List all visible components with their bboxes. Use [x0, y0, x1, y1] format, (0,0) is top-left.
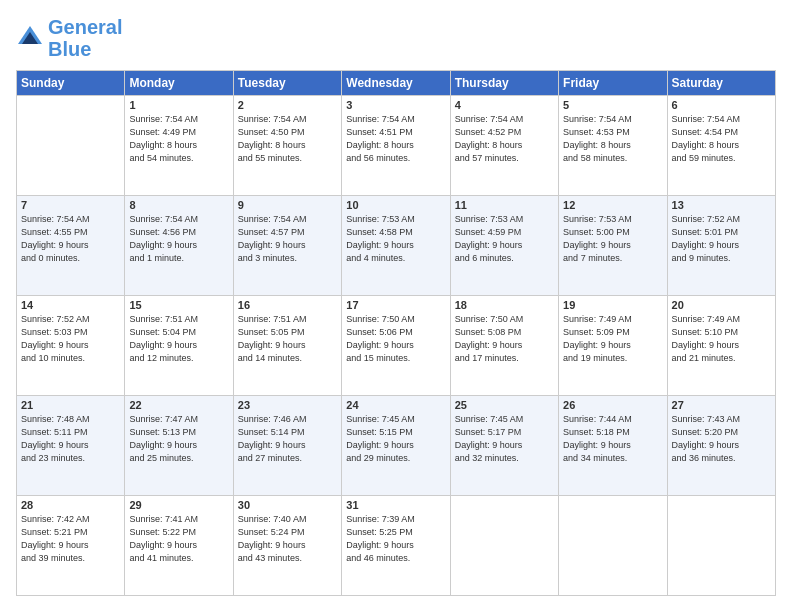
calendar-day-cell [450, 496, 558, 596]
logo-icon [16, 24, 44, 52]
day-info: Sunrise: 7:51 AMSunset: 5:04 PMDaylight:… [129, 313, 228, 365]
calendar-day-cell: 19Sunrise: 7:49 AMSunset: 5:09 PMDayligh… [559, 296, 667, 396]
calendar-day-cell: 15Sunrise: 7:51 AMSunset: 5:04 PMDayligh… [125, 296, 233, 396]
day-number: 6 [672, 99, 771, 111]
logo: General Blue [16, 16, 122, 60]
calendar-week-row: 7Sunrise: 7:54 AMSunset: 4:55 PMDaylight… [17, 196, 776, 296]
calendar-day-cell: 16Sunrise: 7:51 AMSunset: 5:05 PMDayligh… [233, 296, 341, 396]
day-info: Sunrise: 7:52 AMSunset: 5:01 PMDaylight:… [672, 213, 771, 265]
day-info: Sunrise: 7:54 AMSunset: 4:52 PMDaylight:… [455, 113, 554, 165]
day-info: Sunrise: 7:48 AMSunset: 5:11 PMDaylight:… [21, 413, 120, 465]
day-number: 23 [238, 399, 337, 411]
day-number: 3 [346, 99, 445, 111]
calendar-body: 1Sunrise: 7:54 AMSunset: 4:49 PMDaylight… [17, 96, 776, 596]
calendar-day-cell: 1Sunrise: 7:54 AMSunset: 4:49 PMDaylight… [125, 96, 233, 196]
day-info: Sunrise: 7:54 AMSunset: 4:49 PMDaylight:… [129, 113, 228, 165]
day-number: 21 [21, 399, 120, 411]
day-info: Sunrise: 7:47 AMSunset: 5:13 PMDaylight:… [129, 413, 228, 465]
calendar-day-cell: 5Sunrise: 7:54 AMSunset: 4:53 PMDaylight… [559, 96, 667, 196]
weekday-header-friday: Friday [559, 71, 667, 96]
page: General Blue SundayMondayTuesdayWednesda… [0, 0, 792, 612]
calendar-day-cell: 8Sunrise: 7:54 AMSunset: 4:56 PMDaylight… [125, 196, 233, 296]
calendar-day-cell: 17Sunrise: 7:50 AMSunset: 5:06 PMDayligh… [342, 296, 450, 396]
calendar-day-cell: 28Sunrise: 7:42 AMSunset: 5:21 PMDayligh… [17, 496, 125, 596]
day-number: 4 [455, 99, 554, 111]
calendar-day-cell: 26Sunrise: 7:44 AMSunset: 5:18 PMDayligh… [559, 396, 667, 496]
calendar-day-cell [17, 96, 125, 196]
day-number: 31 [346, 499, 445, 511]
day-info: Sunrise: 7:54 AMSunset: 4:54 PMDaylight:… [672, 113, 771, 165]
day-number: 27 [672, 399, 771, 411]
day-number: 24 [346, 399, 445, 411]
day-info: Sunrise: 7:51 AMSunset: 5:05 PMDaylight:… [238, 313, 337, 365]
day-info: Sunrise: 7:39 AMSunset: 5:25 PMDaylight:… [346, 513, 445, 565]
calendar-day-cell: 25Sunrise: 7:45 AMSunset: 5:17 PMDayligh… [450, 396, 558, 496]
day-number: 18 [455, 299, 554, 311]
calendar-day-cell: 27Sunrise: 7:43 AMSunset: 5:20 PMDayligh… [667, 396, 775, 496]
calendar-day-cell: 4Sunrise: 7:54 AMSunset: 4:52 PMDaylight… [450, 96, 558, 196]
calendar-day-cell: 29Sunrise: 7:41 AMSunset: 5:22 PMDayligh… [125, 496, 233, 596]
day-number: 8 [129, 199, 228, 211]
day-number: 17 [346, 299, 445, 311]
day-info: Sunrise: 7:43 AMSunset: 5:20 PMDaylight:… [672, 413, 771, 465]
day-info: Sunrise: 7:52 AMSunset: 5:03 PMDaylight:… [21, 313, 120, 365]
calendar-day-cell: 13Sunrise: 7:52 AMSunset: 5:01 PMDayligh… [667, 196, 775, 296]
calendar-day-cell: 11Sunrise: 7:53 AMSunset: 4:59 PMDayligh… [450, 196, 558, 296]
day-info: Sunrise: 7:45 AMSunset: 5:17 PMDaylight:… [455, 413, 554, 465]
day-info: Sunrise: 7:54 AMSunset: 4:50 PMDaylight:… [238, 113, 337, 165]
calendar-day-cell: 20Sunrise: 7:49 AMSunset: 5:10 PMDayligh… [667, 296, 775, 396]
day-number: 5 [563, 99, 662, 111]
day-info: Sunrise: 7:45 AMSunset: 5:15 PMDaylight:… [346, 413, 445, 465]
calendar-day-cell: 24Sunrise: 7:45 AMSunset: 5:15 PMDayligh… [342, 396, 450, 496]
day-number: 20 [672, 299, 771, 311]
calendar-day-cell: 2Sunrise: 7:54 AMSunset: 4:50 PMDaylight… [233, 96, 341, 196]
day-number: 16 [238, 299, 337, 311]
weekday-header-saturday: Saturday [667, 71, 775, 96]
day-info: Sunrise: 7:50 AMSunset: 5:08 PMDaylight:… [455, 313, 554, 365]
day-number: 30 [238, 499, 337, 511]
calendar-week-row: 1Sunrise: 7:54 AMSunset: 4:49 PMDaylight… [17, 96, 776, 196]
calendar-day-cell: 22Sunrise: 7:47 AMSunset: 5:13 PMDayligh… [125, 396, 233, 496]
day-number: 19 [563, 299, 662, 311]
calendar-day-cell: 18Sunrise: 7:50 AMSunset: 5:08 PMDayligh… [450, 296, 558, 396]
day-info: Sunrise: 7:49 AMSunset: 5:09 PMDaylight:… [563, 313, 662, 365]
day-number: 1 [129, 99, 228, 111]
day-number: 10 [346, 199, 445, 211]
calendar-day-cell [667, 496, 775, 596]
calendar-week-row: 21Sunrise: 7:48 AMSunset: 5:11 PMDayligh… [17, 396, 776, 496]
day-number: 2 [238, 99, 337, 111]
calendar-day-cell: 14Sunrise: 7:52 AMSunset: 5:03 PMDayligh… [17, 296, 125, 396]
calendar-day-cell [559, 496, 667, 596]
weekday-header-wednesday: Wednesday [342, 71, 450, 96]
day-info: Sunrise: 7:54 AMSunset: 4:56 PMDaylight:… [129, 213, 228, 265]
day-number: 15 [129, 299, 228, 311]
day-info: Sunrise: 7:42 AMSunset: 5:21 PMDaylight:… [21, 513, 120, 565]
day-info: Sunrise: 7:41 AMSunset: 5:22 PMDaylight:… [129, 513, 228, 565]
logo-text: General Blue [48, 16, 122, 60]
calendar-week-row: 28Sunrise: 7:42 AMSunset: 5:21 PMDayligh… [17, 496, 776, 596]
calendar-day-cell: 3Sunrise: 7:54 AMSunset: 4:51 PMDaylight… [342, 96, 450, 196]
calendar-day-cell: 7Sunrise: 7:54 AMSunset: 4:55 PMDaylight… [17, 196, 125, 296]
day-info: Sunrise: 7:49 AMSunset: 5:10 PMDaylight:… [672, 313, 771, 365]
day-info: Sunrise: 7:46 AMSunset: 5:14 PMDaylight:… [238, 413, 337, 465]
weekday-header-sunday: Sunday [17, 71, 125, 96]
day-info: Sunrise: 7:40 AMSunset: 5:24 PMDaylight:… [238, 513, 337, 565]
day-number: 7 [21, 199, 120, 211]
calendar-header-row: SundayMondayTuesdayWednesdayThursdayFrid… [17, 71, 776, 96]
day-number: 28 [21, 499, 120, 511]
day-info: Sunrise: 7:54 AMSunset: 4:55 PMDaylight:… [21, 213, 120, 265]
calendar-week-row: 14Sunrise: 7:52 AMSunset: 5:03 PMDayligh… [17, 296, 776, 396]
weekday-header-thursday: Thursday [450, 71, 558, 96]
weekday-header-tuesday: Tuesday [233, 71, 341, 96]
calendar-day-cell: 9Sunrise: 7:54 AMSunset: 4:57 PMDaylight… [233, 196, 341, 296]
calendar-day-cell: 21Sunrise: 7:48 AMSunset: 5:11 PMDayligh… [17, 396, 125, 496]
day-info: Sunrise: 7:50 AMSunset: 5:06 PMDaylight:… [346, 313, 445, 365]
calendar-table: SundayMondayTuesdayWednesdayThursdayFrid… [16, 70, 776, 596]
weekday-header-monday: Monday [125, 71, 233, 96]
day-number: 9 [238, 199, 337, 211]
calendar-day-cell: 6Sunrise: 7:54 AMSunset: 4:54 PMDaylight… [667, 96, 775, 196]
day-number: 13 [672, 199, 771, 211]
header: General Blue [16, 16, 776, 60]
day-info: Sunrise: 7:53 AMSunset: 5:00 PMDaylight:… [563, 213, 662, 265]
day-info: Sunrise: 7:53 AMSunset: 4:59 PMDaylight:… [455, 213, 554, 265]
